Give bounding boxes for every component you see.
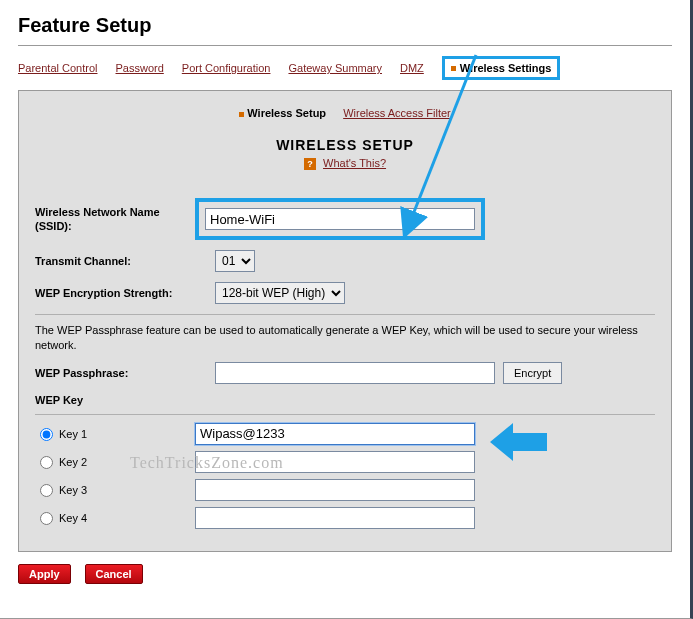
- help-icon: ?: [304, 158, 316, 170]
- tab-wireless-settings-highlight: Wireless Settings: [442, 56, 561, 80]
- row-wep-passphrase: WEP Passphrase: Encrypt: [35, 362, 655, 384]
- wep-strength-select[interactable]: 128-bit WEP (High): [215, 282, 345, 304]
- row-key4: Key 4: [35, 507, 655, 529]
- ssid-highlight-box: [195, 198, 485, 240]
- row-key1: Key 1: [35, 423, 655, 445]
- label-key3: Key 3: [59, 484, 195, 496]
- tab-port-configuration[interactable]: Port Configuration: [182, 62, 271, 74]
- ssid-input[interactable]: [205, 208, 475, 230]
- wep-key-divider: [35, 414, 655, 415]
- wep-passphrase-input[interactable]: [215, 362, 495, 384]
- cancel-button[interactable]: Cancel: [85, 564, 143, 584]
- bullet-icon: [239, 112, 244, 117]
- encrypt-button[interactable]: Encrypt: [503, 362, 562, 384]
- key2-input[interactable]: [195, 451, 475, 473]
- key3-radio[interactable]: [40, 484, 53, 497]
- whats-this-row: ? What's This?: [35, 157, 655, 170]
- row-key3: Key 3: [35, 479, 655, 501]
- key4-radio[interactable]: [40, 512, 53, 525]
- label-key2: Key 2: [59, 456, 195, 468]
- panel-subtabs: Wireless Setup Wireless Access Filter: [35, 107, 655, 119]
- label-key1: Key 1: [59, 428, 195, 440]
- section-heading: WIRELESS SETUP: [35, 137, 655, 153]
- page-title: Feature Setup: [18, 14, 672, 37]
- row-wep-strength: WEP Encryption Strength: 128-bit WEP (Hi…: [35, 282, 655, 304]
- heading-divider: [18, 45, 672, 46]
- whats-this-link[interactable]: What's This?: [323, 157, 386, 169]
- section-divider: [35, 314, 655, 315]
- tab-parental-control[interactable]: Parental Control: [18, 62, 98, 74]
- action-buttons: Apply Cancel: [18, 564, 672, 584]
- wep-passphrase-help: The WEP Passphrase feature can be used t…: [35, 323, 655, 354]
- top-tabs: Parental Control Password Port Configura…: [18, 54, 672, 90]
- channel-select[interactable]: 01: [215, 250, 255, 272]
- tab-dmz[interactable]: DMZ: [400, 62, 424, 74]
- key1-radio[interactable]: [40, 428, 53, 441]
- label-ssid: Wireless Network Name (SSID):: [35, 205, 195, 234]
- label-channel: Transmit Channel:: [35, 254, 195, 268]
- key3-input[interactable]: [195, 479, 475, 501]
- row-ssid: Wireless Network Name (SSID):: [35, 198, 655, 240]
- row-key2: Key 2: [35, 451, 655, 473]
- label-key4: Key 4: [59, 512, 195, 524]
- label-wep-passphrase: WEP Passphrase:: [35, 366, 195, 380]
- bullet-icon: [451, 66, 456, 71]
- label-wep-strength: WEP Encryption Strength:: [35, 286, 195, 300]
- key2-radio[interactable]: [40, 456, 53, 469]
- subtab-wireless-setup[interactable]: Wireless Setup: [247, 107, 326, 119]
- key4-input[interactable]: [195, 507, 475, 529]
- tab-gateway-summary[interactable]: Gateway Summary: [288, 62, 382, 74]
- settings-panel: Wireless Setup Wireless Access Filter WI…: [18, 90, 672, 552]
- apply-button[interactable]: Apply: [18, 564, 71, 584]
- subtab-wireless-access-filter[interactable]: Wireless Access Filter: [343, 107, 451, 119]
- row-channel: Transmit Channel: 01: [35, 250, 655, 272]
- tab-password[interactable]: Password: [116, 62, 164, 74]
- wep-key-header: WEP Key: [35, 394, 655, 406]
- key1-input[interactable]: [195, 423, 475, 445]
- tab-wireless-settings[interactable]: Wireless Settings: [460, 62, 552, 74]
